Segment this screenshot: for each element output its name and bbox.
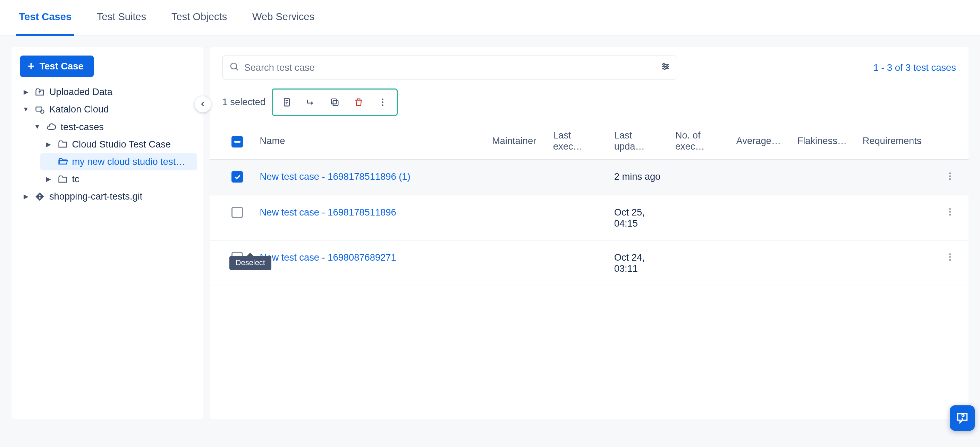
col-last-upda[interactable]: Last upda… (608, 122, 669, 160)
collapse-sidebar-button[interactable] (195, 96, 211, 113)
new-button-label: Test Case (40, 61, 84, 72)
cell-last-updated: Oct 25, 04:15 (608, 195, 669, 240)
tree-item-tc[interactable]: ▶ tc (40, 170, 197, 188)
move-button[interactable] (299, 92, 322, 112)
table-row: New test case - 1698178511896 (1) 2 mins… (210, 160, 969, 196)
tab-test-objects[interactable]: Test Objects (169, 1, 230, 36)
caret-right-icon: ▶ (44, 175, 53, 183)
svg-point-1 (41, 110, 44, 113)
caret-right-icon: ▶ (44, 140, 53, 148)
table-row: New test case - 1698178511896 Oct 25, 04… (210, 195, 969, 240)
tree-item-my-new-cloud-studio[interactable]: my new cloud studio test… (40, 153, 197, 170)
cell-last-updated: 2 mins ago (608, 160, 669, 196)
svg-point-14 (949, 178, 950, 180)
search-icon (229, 61, 239, 73)
plus-icon: + (28, 61, 34, 72)
folder-open-icon (57, 156, 68, 167)
search-box[interactable] (223, 56, 677, 80)
tree-label: Uploaded Data (49, 86, 113, 97)
col-flakiness[interactable]: Flakiness… (791, 122, 856, 160)
col-last-exec[interactable]: Last exec… (547, 122, 608, 160)
tree-label: my new cloud studio test… (72, 156, 185, 167)
row-checkbox[interactable] (231, 171, 243, 183)
tree-label: Cloud Studio Test Case (72, 139, 171, 150)
tree-label: test-cases (61, 121, 104, 132)
help-fab-button[interactable] (950, 406, 975, 431)
svg-point-18 (949, 253, 950, 255)
result-count: 1 - 3 of 3 test cases (873, 62, 956, 73)
top-tabs: Test Cases Test Suites Test Objects Web … (0, 0, 980, 35)
select-all-checkbox[interactable] (231, 136, 243, 148)
svg-point-21 (962, 419, 963, 420)
caret-down-icon: ▼ (33, 123, 41, 130)
tree-item-cloud-studio[interactable]: ▶ Cloud Studio Test Case (40, 136, 197, 153)
svg-point-11 (382, 104, 383, 105)
deselect-tooltip: Deselect (229, 256, 271, 270)
tree-label: tc (72, 173, 79, 185)
svg-rect-7 (333, 100, 338, 105)
svg-point-16 (949, 211, 950, 212)
more-actions-button[interactable] (371, 92, 394, 112)
tree-item-shopping-cart-git[interactable]: ▶ shopping-cart-tests.git (18, 188, 197, 205)
upload-folder-icon (34, 87, 45, 97)
tab-test-cases[interactable]: Test Cases (16, 1, 74, 36)
test-case-link[interactable]: New test case - 1698178511896 (1) (260, 171, 410, 182)
test-case-link[interactable]: New test case - 1698087689271 (260, 252, 396, 263)
bulk-action-toolbar (272, 89, 398, 116)
row-checkbox[interactable] (231, 207, 243, 218)
copy-to-file-button[interactable] (275, 92, 298, 112)
selection-count: 1 selected (223, 97, 266, 108)
svg-point-12 (949, 172, 950, 174)
col-average[interactable]: Average… (730, 122, 791, 160)
svg-point-4 (666, 65, 668, 67)
row-menu-button[interactable] (945, 208, 955, 219)
filter-icon[interactable] (660, 61, 670, 73)
git-icon (34, 192, 45, 202)
tab-test-suites[interactable]: Test Suites (94, 1, 149, 36)
duplicate-button[interactable] (323, 92, 346, 112)
tree-item-test-cases-folder[interactable]: ▼ test-cases (29, 118, 197, 136)
folder-icon (57, 139, 68, 149)
caret-right-icon: ▶ (22, 192, 30, 200)
svg-point-5 (663, 68, 665, 69)
svg-point-13 (949, 175, 950, 177)
svg-point-15 (949, 208, 950, 210)
test-case-link[interactable]: New test case - 1698178511896 (260, 207, 396, 218)
row-menu-button[interactable] (945, 172, 955, 183)
svg-point-2 (231, 63, 237, 69)
tree-item-katalon-cloud[interactable]: ▼ Katalon Cloud (18, 101, 197, 118)
svg-point-3 (663, 64, 665, 65)
tab-web-services[interactable]: Web Services (250, 1, 317, 36)
search-input[interactable] (239, 62, 660, 73)
svg-point-20 (949, 259, 950, 261)
sidebar: + Test Case ▶ Uploaded Data ▼ (11, 47, 204, 420)
cloud-src-icon (34, 105, 45, 115)
svg-point-10 (382, 101, 383, 103)
row-menu-button[interactable] (945, 253, 955, 264)
svg-rect-8 (331, 99, 337, 104)
caret-right-icon: ▶ (22, 88, 30, 96)
tree-item-uploaded-data[interactable]: ▶ Uploaded Data (18, 83, 197, 101)
caret-down-icon: ▼ (22, 106, 30, 113)
tree-label: Katalon Cloud (49, 104, 109, 115)
tree-label: shopping-cart-tests.git (49, 191, 143, 202)
delete-button[interactable] (347, 92, 370, 112)
test-case-table: Name Maintainer Last exec… Last upda… No… (210, 122, 969, 286)
col-maintainer[interactable]: Maintainer (486, 122, 547, 160)
main-panel: 1 - 3 of 3 test cases 1 selected (210, 47, 969, 420)
col-requirements[interactable]: Requirements (856, 122, 931, 160)
folder-tree: ▶ Uploaded Data ▼ Katalon Cloud (18, 83, 197, 205)
col-name[interactable]: Name (253, 122, 485, 160)
table-row: New test case - 1698087689271 Oct 24, 03… (210, 240, 969, 286)
svg-point-19 (949, 256, 950, 258)
col-no-exec[interactable]: No. of exec… (669, 122, 730, 160)
svg-point-9 (382, 98, 383, 100)
svg-point-17 (949, 214, 950, 216)
cloud-icon (45, 122, 57, 132)
folder-icon (57, 174, 68, 184)
new-test-case-button[interactable]: + Test Case (20, 56, 94, 77)
cell-last-updated: Oct 24, 03:11 (608, 240, 669, 286)
